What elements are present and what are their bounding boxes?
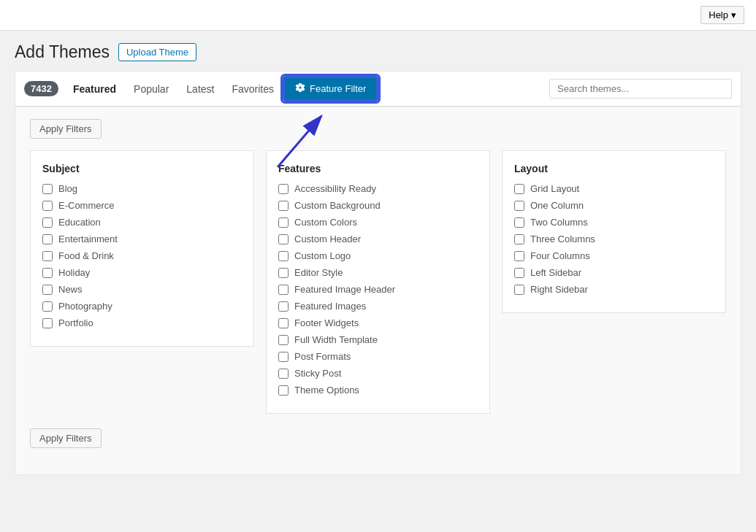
- checkbox-custom-colors[interactable]: Custom Colors: [278, 217, 478, 228]
- tab-featured[interactable]: Featured: [64, 73, 125, 105]
- checkbox-right-sidebar[interactable]: Right Sidebar: [514, 284, 714, 295]
- checkbox-ecommerce[interactable]: E-Commerce: [42, 200, 242, 211]
- checkbox-post-formats-label: Post Formats: [294, 351, 351, 362]
- checkbox-entertainment-label: Entertainment: [58, 234, 118, 244]
- checkbox-featured-image-header-input[interactable]: [278, 285, 289, 295]
- checkbox-holiday-input[interactable]: [42, 268, 53, 278]
- checkbox-food-drink[interactable]: Food & Drink: [42, 250, 242, 261]
- checkbox-grid-layout-input[interactable]: [514, 184, 524, 194]
- help-button[interactable]: Help ▾: [700, 6, 744, 24]
- checkbox-full-width[interactable]: Full Width Template: [278, 334, 478, 345]
- checkbox-food-drink-input[interactable]: [42, 251, 53, 261]
- checkbox-three-columns[interactable]: Three Columns: [514, 234, 714, 244]
- checkbox-right-sidebar-label: Right Sidebar: [530, 284, 588, 295]
- checkbox-blog[interactable]: Blog: [42, 183, 242, 194]
- checkbox-footer-widgets-input[interactable]: [278, 318, 289, 328]
- checkbox-custom-bg[interactable]: Custom Background: [278, 200, 478, 211]
- checkbox-footer-widgets-label: Footer Widgets: [294, 317, 359, 328]
- checkbox-blog-label: Blog: [58, 183, 77, 194]
- checkbox-left-sidebar-label: Left Sidebar: [530, 267, 581, 278]
- theme-count-badge: 7432: [24, 81, 58, 96]
- checkbox-featured-image-header-label: Featured Image Header: [294, 284, 395, 295]
- checkbox-custom-bg-label: Custom Background: [294, 200, 381, 211]
- checkbox-featured-images-input[interactable]: [278, 301, 289, 312]
- checkbox-right-sidebar-input[interactable]: [514, 285, 524, 295]
- checkbox-custom-header-input[interactable]: [278, 234, 289, 244]
- checkbox-sticky-post-input[interactable]: [278, 369, 289, 379]
- nav-tabs: Featured Popular Latest Favorites Featur…: [64, 72, 549, 106]
- checkbox-education-input[interactable]: [42, 217, 53, 228]
- help-label: Help: [709, 9, 728, 20]
- checkbox-one-column[interactable]: One Column: [514, 200, 714, 211]
- checkbox-entertainment-input[interactable]: [42, 234, 53, 244]
- checkbox-three-columns-input[interactable]: [514, 234, 524, 244]
- checkbox-holiday[interactable]: Holiday: [42, 267, 242, 278]
- tab-latest[interactable]: Latest: [177, 73, 223, 105]
- checkbox-post-formats-input[interactable]: [278, 352, 289, 362]
- filter-columns: Subject Blog E-Commerce Education Entert…: [30, 150, 726, 414]
- checkbox-featured-image-header[interactable]: Featured Image Header: [278, 284, 478, 295]
- checkbox-food-drink-label: Food & Drink: [58, 250, 114, 261]
- checkbox-photography[interactable]: Photography: [42, 301, 242, 312]
- checkbox-one-column-input[interactable]: [514, 201, 524, 211]
- checkbox-custom-logo[interactable]: Custom Logo: [278, 250, 478, 261]
- checkbox-news[interactable]: News: [42, 284, 242, 295]
- page-title: Add Themes: [15, 42, 110, 62]
- checkbox-holiday-label: Holiday: [58, 267, 90, 278]
- page-header: Add Themes Upload Theme: [15, 42, 741, 62]
- checkbox-left-sidebar-input[interactable]: [514, 268, 524, 278]
- checkbox-ecommerce-label: E-Commerce: [58, 200, 115, 211]
- checkbox-grid-layout[interactable]: Grid Layout: [514, 183, 714, 194]
- checkbox-blog-input[interactable]: [42, 184, 53, 194]
- checkbox-grid-layout-label: Grid Layout: [530, 183, 579, 194]
- apply-filters-bottom-button[interactable]: Apply Filters: [30, 428, 102, 448]
- apply-filters-bottom-wrap: Apply Filters: [30, 428, 726, 460]
- checkbox-two-columns-label: Two Columns: [530, 217, 588, 228]
- checkbox-accessibility-input[interactable]: [278, 184, 289, 194]
- checkbox-news-label: News: [58, 284, 83, 295]
- checkbox-editor-style[interactable]: Editor Style: [278, 267, 478, 278]
- checkbox-portfolio[interactable]: Portfolio: [42, 317, 242, 328]
- checkbox-two-columns[interactable]: Two Columns: [514, 217, 714, 228]
- checkbox-two-columns-input[interactable]: [514, 217, 524, 228]
- checkbox-theme-options-label: Theme Options: [294, 385, 359, 396]
- checkbox-four-columns-input[interactable]: [514, 251, 524, 261]
- checkbox-education-label: Education: [58, 217, 101, 228]
- apply-filters-top-button[interactable]: Apply Filters: [30, 119, 102, 139]
- checkbox-left-sidebar[interactable]: Left Sidebar: [514, 267, 714, 278]
- checkbox-accessibility-label: Accessibility Ready: [294, 183, 376, 194]
- checkbox-education[interactable]: Education: [42, 217, 242, 228]
- checkbox-custom-colors-input[interactable]: [278, 217, 289, 228]
- subject-panel: Subject Blog E-Commerce Education Entert…: [30, 150, 254, 347]
- checkbox-accessibility[interactable]: Accessibility Ready: [278, 183, 478, 194]
- upload-theme-button[interactable]: Upload Theme: [118, 43, 196, 61]
- tab-favorites[interactable]: Favorites: [223, 73, 283, 105]
- checkbox-news-input[interactable]: [42, 285, 53, 295]
- checkbox-photography-label: Photography: [58, 301, 112, 312]
- checkbox-custom-bg-input[interactable]: [278, 201, 289, 211]
- checkbox-entertainment[interactable]: Entertainment: [42, 234, 242, 244]
- checkbox-theme-options[interactable]: Theme Options: [278, 385, 478, 396]
- checkbox-custom-colors-label: Custom Colors: [294, 217, 357, 228]
- checkbox-editor-style-label: Editor Style: [294, 267, 343, 278]
- checkbox-editor-style-input[interactable]: [278, 268, 289, 278]
- checkbox-post-formats[interactable]: Post Formats: [278, 351, 478, 362]
- checkbox-photography-input[interactable]: [42, 301, 53, 312]
- search-input[interactable]: [549, 79, 732, 99]
- layout-title: Layout: [514, 163, 714, 174]
- checkbox-featured-images[interactable]: Featured Images: [278, 301, 478, 312]
- checkbox-custom-header[interactable]: Custom Header: [278, 234, 478, 244]
- checkbox-theme-options-input[interactable]: [278, 385, 289, 396]
- filters-section: Apply Filters Subject Blog E-Commerce Ed…: [15, 107, 741, 475]
- checkbox-full-width-label: Full Width Template: [294, 334, 378, 345]
- checkbox-four-columns[interactable]: Four Columns: [514, 250, 714, 261]
- checkbox-footer-widgets[interactable]: Footer Widgets: [278, 317, 478, 328]
- checkbox-custom-logo-input[interactable]: [278, 251, 289, 261]
- checkbox-ecommerce-input[interactable]: [42, 201, 53, 211]
- nav-container: 7432 Featured Popular Latest Favorites F…: [15, 71, 741, 107]
- feature-filter-button[interactable]: Feature Filter: [283, 76, 378, 101]
- tab-popular[interactable]: Popular: [125, 73, 177, 105]
- checkbox-full-width-input[interactable]: [278, 335, 289, 345]
- checkbox-sticky-post[interactable]: Sticky Post: [278, 368, 478, 379]
- checkbox-portfolio-input[interactable]: [42, 318, 53, 328]
